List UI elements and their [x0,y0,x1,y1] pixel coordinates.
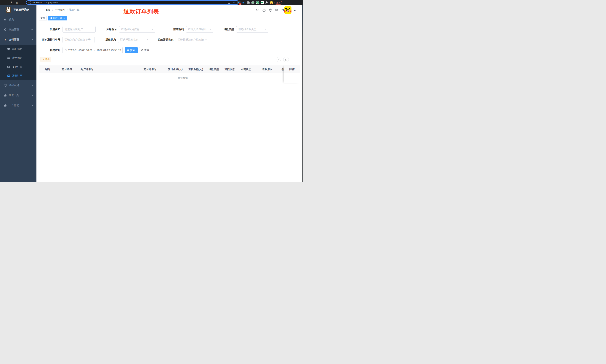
sidebar-item-infra[interactable]: 基础设施 [0,80,37,90]
filter-label: 应用编号 [102,28,117,31]
ext-recorder-icon[interactable] [251,1,254,4]
sidebar-item-app-info[interactable]: 应用信息 [0,53,37,63]
extensions-puzzle-icon[interactable] [265,1,268,4]
date-start-value[interactable]: 2022-01-23 00:00:00 [68,49,92,52]
filter-notify-status: 退款回调状态 请选择通知商户退款结果的回调状态 [156,37,209,43]
refund-status-select[interactable]: 请选择退款状态 [118,37,151,43]
col-id: 编号 [40,68,56,71]
github-icon[interactable] [262,8,266,12]
monitor-icon [4,84,7,87]
logo-avatar [6,7,11,13]
filter-merchant: 所属商户 请选择所属商户 [40,26,96,33]
sidebar-item-workflow[interactable]: 工作流程 [0,100,37,110]
reload-icon[interactable]: ↻ [10,0,14,5]
active-tab-dot [50,17,52,19]
col-refund-amount: 退款金额(元) [185,68,206,71]
export-button[interactable]: 导出 [40,57,51,62]
notify-status-select[interactable]: 请选择通知商户退款结果的回调状态 [176,37,209,43]
col-refund-status: 退款状态 [222,68,237,71]
breadcrumb-current: 退款订单 [69,8,79,12]
empty-placeholder: 暂无数据 [158,77,207,80]
toolbox-icon [4,94,7,97]
ext-tabs-icon[interactable]: ◆ 10 [237,1,240,4]
merchant-input[interactable]: 请选择所属商户 [63,26,96,33]
filter-label: 创建时间 [40,49,60,52]
breadcrumb-home[interactable]: 首页 [45,8,51,12]
ext-gem-icon[interactable]: ◆ [242,1,245,4]
tab-refund-order[interactable]: 退款订单 × [48,16,66,20]
sidebar-item-pay-order[interactable]: 支付订单 [0,63,37,71]
home-icon[interactable]: ⌂ [14,0,19,5]
collapse-sidebar-icon[interactable] [39,8,42,12]
date-end-value[interactable]: 2022-01-23 23:59:59 [97,49,120,52]
app-title: 芋道管理系统 [13,8,29,12]
filter-app: 应用编号 请选择应用信息 [102,26,155,33]
tab-close-icon[interactable]: × [64,17,65,19]
fullscreen-icon[interactable] [275,8,279,12]
col-pay-amount: 支付金额(元) [165,68,185,71]
sidebar-item-system[interactable]: 系统管理 [0,25,37,35]
user-avatar[interactable] [284,6,291,14]
fixed-action-column: 操作 [284,65,300,83]
table-body: 暂无数据 [40,73,300,83]
chevron-up-icon [31,39,33,40]
ext-emoji-icon[interactable] [270,1,273,4]
col-create-time: 创建时间 [280,68,284,71]
sidebar-item-home[interactable]: 首页 [0,14,37,25]
share-icon[interactable] [228,1,232,4]
yen-icon: ¥ [4,38,7,41]
filter-create-time: 创建时间 2022-01-23 00:00:00 - 2022-01-23 23… [40,47,123,53]
tab-home[interactable]: 首页 [39,16,47,20]
filter-merchant-refund-no: 商户退款订单号 请输入商户退款订单号 [39,37,94,43]
window-edge-scrollbar[interactable] [302,5,303,182]
help-icon[interactable] [268,8,273,12]
address-bar[interactable]: i localhost:1024/pay/refund [26,0,239,5]
refresh-icon[interactable] [283,57,289,62]
chrome-update-button[interactable]: 更新 [275,1,282,5]
filter-label: 退款回调状态 [156,38,173,41]
site-info-icon[interactable]: i [28,1,31,4]
forward-icon[interactable]: → [5,0,10,5]
search-button[interactable]: 搜索 [125,47,138,53]
sidebar-item-payment[interactable]: ¥ 支付管理 [0,35,37,45]
breadcrumb-payment[interactable]: 支付管理 [55,8,65,12]
bookmark-star-icon[interactable]: ☆ [232,1,237,4]
channel-select[interactable]: 请输入渠道编码 [186,26,213,33]
table-header: 编号 支付渠道 商户订单号 支付订单号 支付金额(元) 退款金额(元) 退款类型… [40,65,284,73]
sidebar: 芋道管理系统 首页 系统管理 ¥ 支付管理 [0,5,37,182]
briefcase-icon [4,104,7,107]
reset-button[interactable]: 重置 [139,47,151,53]
header-search-icon[interactable] [256,8,260,12]
app-logo[interactable]: 芋道管理系统 [0,5,37,14]
col-merchant-order-no: 商户订单号 [78,68,135,71]
sidebar-item-merchant-info[interactable]: 商户信息 [0,45,37,53]
ext-badge: 10 [239,3,241,5]
dashboard-icon [4,18,7,21]
merchant-refund-no-input[interactable]: 请输入商户退款订单号 [63,37,94,43]
chevron-down-icon [151,28,153,30]
clock-icon [65,49,67,52]
filter-label: 渠道编码 [169,28,184,31]
ext-command-icon[interactable]: ⌘ [247,1,250,4]
browser-toolbar: ← → ↻ ⌂ i localhost:1024/pay/refund ☆ ◆ … [0,0,303,5]
chevron-down-icon [31,84,33,86]
back-icon[interactable]: ← [0,0,5,5]
sidebar-item-dev-tools[interactable]: 研发工具 [0,90,37,100]
app-select[interactable]: 请选择应用信息 [119,26,155,33]
refund-type-select[interactable]: 请选择退款类型 [236,26,268,33]
ext-y-icon[interactable]: y [256,1,259,4]
browser-menu-icon[interactable]: ⋮ [283,1,285,4]
breadcrumb: 首页 / 支付管理 / 退款订单 [45,5,79,15]
main-area: 首页 / 支付管理 / 退款订单 退款订单列表 TT [37,5,303,182]
page-content: 所属商户 请选择所属商户 应用编号 请选择应用信息 渠道编码 请输入渠道编码 [37,21,303,182]
col-callback-status: 回调状态 [237,68,254,71]
chevron-down-icon [205,39,207,41]
ext-chat-icon[interactable] [261,1,264,4]
avatar-caret-icon[interactable] [294,10,296,12]
url-text: localhost:1024/pay/refund [33,1,59,4]
toggle-search-icon[interactable] [277,57,282,62]
date-range-picker[interactable]: 2022-01-23 00:00:00 - 2022-01-23 23:59:5… [63,47,123,53]
filter-channel: 渠道编码 请输入渠道编码 [169,26,213,33]
sidebar-item-refund-order[interactable]: 退款订单 [0,71,37,80]
chevron-down-icon [31,29,33,30]
